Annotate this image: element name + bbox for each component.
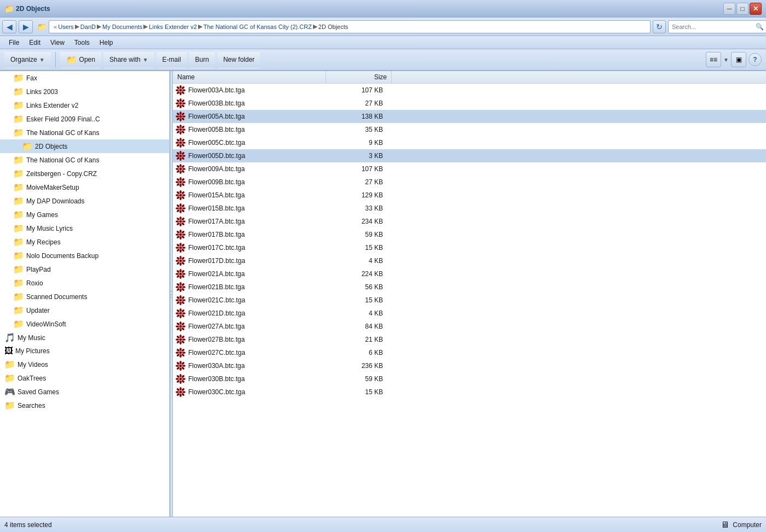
window-title: 2D Objects [16,5,50,13]
sidebar-item-links-extender[interactable]: 📁 Links Extender v2 [0,98,169,112]
svg-point-20 [179,118,182,121]
sidebar-item-roxio[interactable]: 📁 Roxio [0,276,169,290]
svg-point-38 [179,144,182,148]
breadcrumb-links[interactable]: Links Extender v2 [149,24,196,30]
menubar: File Edit View Tools Help [0,36,766,49]
file-size: 3 KB [326,152,392,160]
sidebar-item-esker[interactable]: 📁 Esker Field 2009 Final..C [0,112,169,126]
table-row[interactable]: Flower009B.btc.tga27 KB [173,176,766,189]
organize-button[interactable]: Organize ▼ [4,51,51,68]
preview-pane-button[interactable]: ▣ [731,52,746,67]
menu-edit[interactable]: Edit [25,38,45,48]
table-row[interactable]: Flower017D.btc.tga4 KB [173,254,766,267]
sidebar-item-dap-downloads[interactable]: 📁 My DAP Downloads [0,194,169,208]
sidebar-item-searches[interactable]: 📁 Searches [0,399,169,412]
table-row[interactable]: Flower021D.btc.tga4 KB [173,307,766,320]
minimize-button[interactable]: ─ [723,3,735,15]
sidebar-item-fax[interactable]: 📁 Fax [0,71,169,85]
table-row[interactable]: Flower017B.btc.tga59 KB [173,228,766,241]
new-folder-button[interactable]: New folder [217,51,260,68]
column-header-size[interactable]: Size [326,71,392,83]
sidebar-item-scanned[interactable]: 📁 Scanned Documents [0,290,169,303]
table-row[interactable]: Flower005D.btc.tga3 KB [173,149,766,162]
sidebar-item-savedgames[interactable]: 🎮 Saved Games [0,385,169,399]
column-header-name[interactable]: Name [173,71,326,83]
forward-button[interactable]: ▶ [19,20,33,33]
back-button[interactable]: ◀ [2,20,16,33]
table-row[interactable]: Flower021A.btc.tga224 KB [173,267,766,280]
sidebar-item-mygames[interactable]: 📁 My Games [0,208,169,221]
table-row[interactable]: Flower021B.btc.tga56 KB [173,280,766,294]
folder-icon: 📁 [4,359,15,370]
search-input[interactable] [668,20,766,33]
svg-point-177 [181,340,185,344]
breadcrumb-mydocs[interactable]: My Documents [102,24,142,30]
share-button[interactable]: Share with ▼ [103,51,154,68]
pane-splitter[interactable] [170,71,173,517]
help-button[interactable]: ? [748,53,762,66]
details-view-button[interactable]: ≡≡ [706,52,721,67]
burn-button[interactable]: Burn [189,51,215,68]
view-toggle: ≡≡ ▼ ▣ ? [706,52,762,67]
sidebar-item-nolo-backup[interactable]: 📁 Nolo Documents Backup [0,249,169,262]
table-row[interactable]: Flower027C.btc.tga6 KB [173,346,766,359]
sidebar-item-videowinsoft[interactable]: 📁 VideoWinSoft [0,317,169,331]
menu-help[interactable]: Help [95,38,118,48]
sidebar-item-national2[interactable]: 📁 The National GC of Kans [0,153,169,167]
table-row[interactable]: Flower021C.btc.tga15 KB [173,294,766,307]
open-button[interactable]: 📁 Open [60,51,101,68]
breadcrumb[interactable]: « Users ▶ DanD ▶ My Documents ▶ Links Ex… [49,20,651,33]
table-row[interactable]: Flower027A.btc.tga84 KB [173,320,766,333]
svg-point-197 [176,366,180,370]
breadcrumb-dand[interactable]: DanD [80,24,96,30]
menu-file[interactable]: File [4,38,24,48]
table-row[interactable]: Flower027B.btc.tga21 KB [173,333,766,346]
refresh-button[interactable]: ↻ [653,20,666,33]
sidebar-item-mypictures[interactable]: 🖼 My Pictures [0,344,169,358]
svg-point-204 [181,379,185,383]
table-row[interactable]: Flower015B.btc.tga33 KB [173,202,766,215]
sidebar-item-oaktrees[interactable]: 📁 OakTrees [0,371,169,385]
svg-point-0 [179,89,182,92]
table-row[interactable]: Flower009A.btc.tga107 KB [173,162,766,176]
sidebar-item-myrecipes[interactable]: 📁 My Recipes [0,235,169,249]
table-row[interactable]: Flower005C.btc.tga9 KB [173,136,766,149]
sidebar-item-myvideos[interactable]: 📁 My Videos [0,358,169,371]
table-row[interactable]: Flower017A.btc.tga234 KB [173,215,766,228]
table-row[interactable]: Flower005B.btc.tga35 KB [173,123,766,136]
close-button[interactable]: ✕ [750,3,762,15]
file-list-body[interactable]: Flower003A.btc.tga107 KB Flower003B.btc.… [173,84,766,517]
toolbar: Organize ▼ 📁 Open Share with ▼ E-mail Bu… [0,49,766,71]
breadcrumb-crz[interactable]: The National GC of Kansas City (2).CRZ [204,24,312,30]
file-name: Flower003A.btc.tga [188,86,326,94]
sidebar-item-mymusic[interactable]: 🎵 My Music [0,331,169,344]
table-row[interactable]: Flower015A.btc.tga129 KB [173,189,766,202]
maximize-button[interactable]: □ [736,3,748,15]
table-row[interactable]: Flower030C.btc.tga15 KB [173,385,766,399]
svg-point-87 [181,209,185,213]
sidebar-item-moivemaker[interactable]: 📁 MoiveMakerSetup [0,180,169,194]
breadcrumb-users[interactable]: Users [58,24,74,30]
svg-point-115 [181,243,185,247]
sidebar-item-playpad[interactable]: 📁 PlayPad [0,262,169,276]
svg-point-48 [176,155,179,157]
table-row[interactable]: Flower030A.btc.tga236 KB [173,359,766,372]
svg-point-65 [179,184,182,187]
table-row[interactable]: Flower030B.btc.tga59 KB [173,372,766,385]
sidebar-scroll[interactable]: 📁 Fax 📁 Links 2003 📁 Links Extender v2 📁… [0,71,169,517]
table-row[interactable]: Flower003B.btc.tga27 KB [173,97,766,110]
sidebar-item-links2003[interactable]: 📁 Links 2003 [0,85,169,98]
menu-view[interactable]: View [46,38,69,48]
sidebar-item-updater[interactable]: 📁 Updater [0,303,169,317]
table-row[interactable]: Flower017C.btc.tga15 KB [173,241,766,254]
sidebar-item-musiclyrics[interactable]: 📁 My Music Lyrics [0,221,169,235]
svg-point-4 [182,89,185,91]
svg-point-135 [179,286,182,289]
menu-tools[interactable]: Tools [70,38,94,48]
email-button[interactable]: E-mail [156,51,187,68]
sidebar-item-national1[interactable]: 📁 The National GC of Kans [0,126,169,139]
sidebar-item-zeitsbergen[interactable]: 📁 Zeitsbergen - Copy.CRZ [0,167,169,180]
table-row[interactable]: Flower003A.btc.tga107 KB [173,84,766,97]
table-row[interactable]: Flower005A.btc.tga138 KB [173,110,766,123]
sidebar-item-2dobjects[interactable]: 📁 2D Objects [0,139,169,153]
